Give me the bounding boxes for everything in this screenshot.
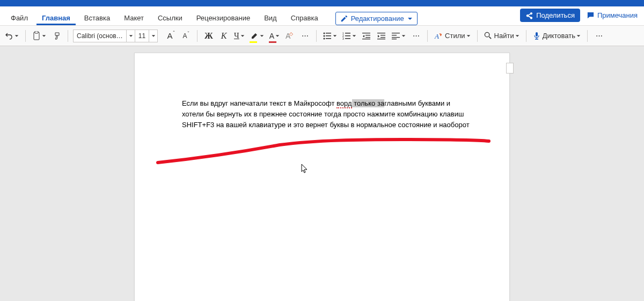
font-selector[interactable]: Calibri (основн… 11: [73, 30, 158, 42]
font-name-field[interactable]: Calibri (основн…: [74, 32, 126, 40]
underline-button[interactable]: Ч: [232, 28, 246, 43]
dictate-button[interactable]: Диктовать: [531, 28, 582, 43]
styles-label: Стили: [445, 32, 465, 40]
italic-button[interactable]: К: [217, 28, 230, 43]
chevron-down-icon: [275, 34, 280, 38]
grow-font-button[interactable]: Aˆ: [164, 28, 177, 43]
svg-rect-14: [362, 33, 370, 33]
svg-rect-19: [380, 35, 385, 35]
font-size-dropdown[interactable]: [149, 30, 157, 42]
svg-rect-13: [345, 38, 350, 39]
styles-icon: A: [434, 32, 443, 40]
align-button[interactable]: [390, 28, 407, 43]
separator: [587, 30, 588, 42]
comment-marker[interactable]: [506, 63, 514, 74]
document-paragraph[interactable]: Если вы вдруг напечатали текст в Майкрос…: [182, 98, 472, 130]
highlighter-icon: [250, 32, 259, 40]
bold-button[interactable]: Ж: [202, 28, 215, 43]
more-font-button[interactable]: ⋯: [298, 28, 311, 43]
separator: [477, 30, 478, 42]
tab-view[interactable]: Вид: [259, 10, 282, 25]
tab-layout[interactable]: Макет: [119, 10, 149, 25]
svg-point-4: [324, 35, 325, 36]
svg-rect-1: [35, 31, 38, 33]
clipboard-icon: [32, 31, 41, 41]
microphone-icon: [533, 32, 540, 40]
font-color-swatch: [269, 41, 276, 43]
svg-rect-21: [377, 39, 385, 39]
font-size-field[interactable]: 11: [135, 30, 149, 42]
tab-home[interactable]: Главная: [36, 10, 76, 25]
svg-rect-9: [345, 33, 350, 34]
font-name-dropdown[interactable]: [126, 30, 135, 42]
title-bar: [0, 0, 644, 6]
editing-mode-dropdown[interactable]: Редактирование: [335, 12, 418, 25]
indent-icon: [377, 32, 386, 40]
text-run: Если вы вдруг напечатали текст в Майкрос…: [182, 99, 336, 107]
chevron-down-icon: [576, 34, 581, 38]
chevron-down-icon: [129, 34, 133, 38]
highlight-button[interactable]: [248, 28, 266, 43]
undo-button[interactable]: [3, 28, 20, 43]
svg-rect-23: [392, 35, 397, 35]
bullets-icon: [323, 32, 332, 40]
paste-button[interactable]: [31, 28, 48, 43]
find-label: Найти: [494, 32, 514, 40]
highlight-color-swatch: [250, 41, 257, 43]
chevron-down-icon: [151, 34, 156, 38]
document-page[interactable]: Если вы вдруг напечатали текст в Майкрос…: [134, 53, 510, 301]
find-button[interactable]: Найти: [482, 28, 521, 43]
annotation-stroke: [156, 138, 494, 165]
chevron-down-icon: [42, 34, 46, 38]
svg-rect-28: [536, 32, 538, 36]
tab-file[interactable]: Файл: [5, 10, 33, 25]
align-left-icon: [392, 32, 400, 40]
clear-formatting-button[interactable]: A◇: [283, 28, 296, 43]
chevron-down-icon: [352, 34, 356, 38]
dictate-label: Диктовать: [543, 32, 575, 40]
comments-button[interactable]: Примечания: [583, 9, 641, 22]
more-commands-button[interactable]: ⋯: [592, 28, 605, 43]
share-button[interactable]: Поделиться: [520, 9, 580, 22]
decrease-indent-button[interactable]: [360, 28, 373, 43]
increase-indent-button[interactable]: [375, 28, 388, 43]
separator: [427, 30, 428, 42]
tab-help[interactable]: Справка: [286, 10, 324, 25]
separator: [68, 30, 68, 42]
svg-rect-17: [362, 39, 370, 39]
styles-button[interactable]: A Стили: [433, 28, 472, 43]
svg-point-6: [324, 38, 325, 39]
font-color-button[interactable]: A: [268, 28, 281, 43]
separator: [526, 30, 526, 42]
shrink-font-button[interactable]: Aˇ: [179, 28, 192, 43]
chevron-down-icon: [14, 34, 19, 38]
bullets-button[interactable]: [321, 28, 339, 43]
chevron-down-icon: [515, 34, 519, 38]
numbering-icon: 123: [342, 32, 351, 40]
chevron-down-icon: [407, 16, 413, 21]
chevron-down-icon: [466, 34, 471, 38]
tab-review[interactable]: Рецензирование: [191, 10, 255, 25]
separator: [25, 30, 26, 42]
tab-references[interactable]: Ссылки: [152, 10, 188, 25]
svg-point-27: [485, 32, 489, 36]
chevron-down-icon: [333, 34, 337, 38]
ribbon-toolbar: Calibri (основн… 11 Aˆ Aˇ Ж К Ч A A◇ ⋯ 1…: [0, 26, 644, 46]
svg-rect-7: [326, 38, 331, 39]
brush-icon: [52, 32, 61, 40]
svg-rect-24: [392, 37, 400, 38]
numbering-button[interactable]: 123: [341, 28, 358, 43]
chevron-down-icon: [260, 34, 264, 38]
separator: [316, 30, 317, 42]
more-paragraph-button[interactable]: ⋯: [409, 28, 422, 43]
tab-insert[interactable]: Вставка: [79, 10, 115, 25]
format-painter-button[interactable]: [50, 28, 63, 43]
svg-rect-11: [345, 35, 350, 36]
chevron-down-icon: [240, 34, 245, 38]
comment-icon: [587, 11, 595, 19]
svg-rect-16: [365, 37, 370, 38]
document-canvas: Если вы вдруг напечатали текст в Майкрос…: [0, 46, 644, 301]
mouse-cursor-icon: [301, 164, 309, 173]
undo-icon: [5, 32, 13, 40]
separator: [197, 30, 197, 42]
